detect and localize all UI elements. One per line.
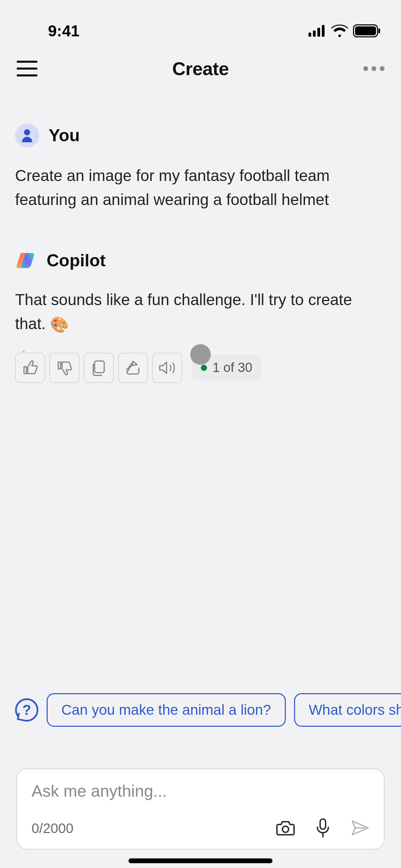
svg-rect-3 xyxy=(322,25,325,37)
thumbs-down-icon xyxy=(57,360,72,376)
cellular-signal-icon xyxy=(308,25,326,37)
wifi-icon xyxy=(331,25,348,37)
conversation: You Create an image for my fantasy footb… xyxy=(0,89,401,383)
user-sender-label: You xyxy=(49,125,80,145)
thumbs-up-button[interactable] xyxy=(15,353,45,383)
copy-button[interactable] xyxy=(84,353,114,383)
copy-icon xyxy=(91,360,106,376)
thumbs-up-icon xyxy=(22,360,38,376)
microphone-button[interactable] xyxy=(316,818,330,839)
home-indicator xyxy=(129,858,272,863)
ellipsis-icon xyxy=(363,66,385,71)
svg-rect-5 xyxy=(355,26,376,35)
svg-rect-1 xyxy=(313,31,316,37)
user-message-body: Create an image for my fantasy football … xyxy=(15,164,386,212)
svg-point-12 xyxy=(282,826,289,832)
nav-bar: Create xyxy=(0,48,401,89)
svg-rect-6 xyxy=(378,28,380,33)
svg-rect-11 xyxy=(95,361,104,373)
send-button[interactable] xyxy=(351,820,369,837)
more-options-button[interactable] xyxy=(362,57,386,81)
suggestion-pill[interactable]: What colors sh xyxy=(294,693,401,727)
composer: 0/2000 xyxy=(16,769,385,849)
bullet-icon xyxy=(23,350,25,352)
send-icon xyxy=(351,820,369,837)
copilot-avatar xyxy=(15,250,37,272)
menu-button[interactable] xyxy=(15,57,39,81)
camera-icon xyxy=(276,820,295,837)
suggestions-row: ? Can you make the animal a lion? What c… xyxy=(15,693,401,727)
camera-button[interactable] xyxy=(276,820,295,837)
response-counter: 1 of 30 xyxy=(192,355,261,381)
char-count: 0/2000 xyxy=(32,821,73,836)
suggestions-help-button[interactable]: ? xyxy=(15,698,38,722)
page-title: Create xyxy=(172,58,229,79)
speaker-icon xyxy=(158,360,176,375)
palette-emoji: 🎨 xyxy=(50,316,69,333)
copilot-sender-label: Copilot xyxy=(47,251,106,270)
suggestion-pill[interactable]: Can you make the animal a lion? xyxy=(47,693,286,727)
battery-icon xyxy=(353,24,380,37)
message-actions: 1 of 30 xyxy=(15,353,386,383)
svg-rect-2 xyxy=(317,28,320,37)
status-dot-icon xyxy=(201,365,207,371)
status-time: 9:41 xyxy=(48,22,80,40)
question-icon: ? xyxy=(22,702,31,718)
svg-rect-13 xyxy=(320,819,326,829)
copilot-message: Copilot That sounds like a fun challenge… xyxy=(15,250,386,383)
counter-text: 1 of 30 xyxy=(212,360,252,375)
user-message: You Create an image for my fantasy footb… xyxy=(15,123,386,212)
status-bar: 9:41 xyxy=(0,0,401,48)
svg-point-10 xyxy=(24,129,30,135)
svg-rect-0 xyxy=(308,33,311,37)
status-right xyxy=(308,24,380,37)
thumbs-down-button[interactable] xyxy=(49,353,80,383)
share-button[interactable] xyxy=(118,353,148,383)
user-avatar xyxy=(15,123,39,147)
share-icon xyxy=(125,360,141,376)
microphone-icon xyxy=(316,818,330,839)
hamburger-icon xyxy=(17,60,37,77)
copilot-message-body: That sounds like a fun challenge. I'll t… xyxy=(15,288,386,336)
read-aloud-button[interactable] xyxy=(152,353,182,383)
message-input[interactable] xyxy=(32,782,369,800)
